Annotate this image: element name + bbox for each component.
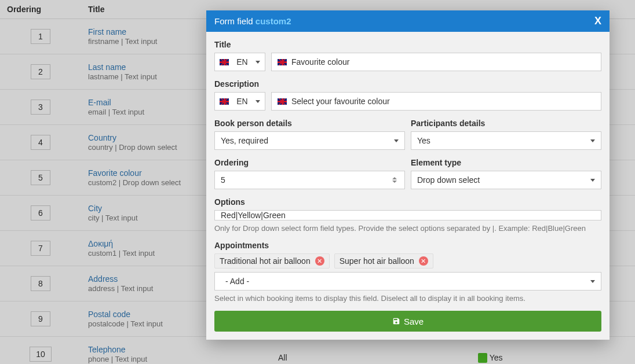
spinner-down-icon[interactable] xyxy=(392,181,397,183)
element-type-select[interactable]: Drop down select xyxy=(411,171,601,189)
title-input[interactable]: Favourite colour xyxy=(271,53,601,71)
label-participants: Participants details xyxy=(411,119,601,128)
uk-flag-icon xyxy=(278,59,287,65)
save-button[interactable]: Save xyxy=(214,311,601,332)
description-language-select[interactable]: EN xyxy=(214,92,265,111)
modal-header-name: custom2 xyxy=(256,16,291,26)
chip-label: Traditional hot air balloon xyxy=(220,256,311,266)
options-help-text: Only for Drop down select form field typ… xyxy=(214,224,601,233)
label-options: Options xyxy=(214,197,601,207)
form-field-modal: Form field custom2 X Title EN Favourite … xyxy=(206,10,610,340)
appointments-help-text: Select in which booking items to display… xyxy=(214,294,601,303)
number-spinner[interactable] xyxy=(391,177,399,183)
ordering-input[interactable]: 5 xyxy=(214,171,405,189)
chevron-down-icon xyxy=(256,61,260,64)
chip-remove-button[interactable]: ✕ xyxy=(419,256,428,266)
save-icon xyxy=(392,317,400,325)
chevron-down-icon xyxy=(394,139,399,142)
chevron-down-icon xyxy=(590,179,595,182)
uk-flag-icon xyxy=(220,59,229,65)
modal-header-prefix: Form field xyxy=(214,16,256,26)
chevron-down-icon xyxy=(256,100,260,103)
spinner-up-icon[interactable] xyxy=(392,177,397,179)
close-button[interactable]: X xyxy=(594,15,601,27)
options-input[interactable]: Red|Yellow|Green xyxy=(214,210,601,220)
chip-remove-button[interactable]: ✕ xyxy=(315,256,324,266)
label-description: Description xyxy=(214,79,601,89)
label-element-type: Element type xyxy=(411,158,601,167)
label-book-person: Book person details xyxy=(214,119,405,128)
chevron-down-icon xyxy=(590,280,595,283)
chevron-down-icon xyxy=(590,139,595,142)
appointment-chip: Super hot air balloon✕ xyxy=(334,253,433,269)
participants-select[interactable]: Yes xyxy=(411,131,601,150)
uk-flag-icon xyxy=(278,98,287,105)
appointment-chip: Traditional hot air balloon✕ xyxy=(214,253,330,269)
book-person-select[interactable]: Yes, required xyxy=(214,131,405,150)
appointments-add-select[interactable]: - Add - xyxy=(214,272,601,291)
label-appointments: Appointments xyxy=(214,241,601,250)
label-ordering: Ordering xyxy=(214,158,405,167)
description-input[interactable]: Select your favourite colour xyxy=(271,92,601,111)
chip-label: Super hot air balloon xyxy=(340,256,414,266)
title-language-select[interactable]: EN xyxy=(214,53,265,71)
uk-flag-icon xyxy=(220,98,229,105)
label-title: Title xyxy=(214,40,601,49)
modal-header: Form field custom2 X xyxy=(206,10,610,32)
